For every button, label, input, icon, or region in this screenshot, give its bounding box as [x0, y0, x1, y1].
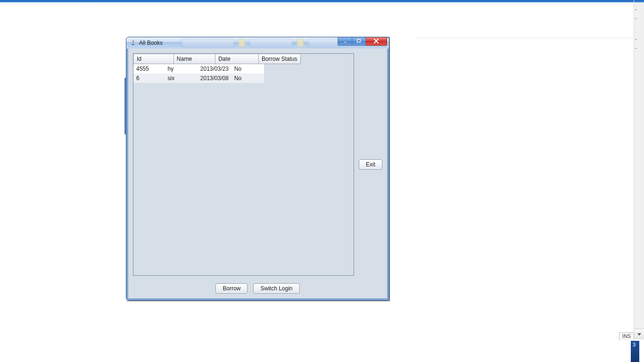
window-titlebar[interactable]: All Books: [126, 37, 389, 49]
table-row[interactable]: 4555 hy 2013/03/23 No: [133, 64, 264, 74]
java-icon: [129, 39, 137, 47]
scroll-down-button[interactable]: [634, 329, 644, 339]
page-top-accent: [0, 0, 634, 2]
window-control-buttons: [338, 37, 387, 46]
switch-login-button[interactable]: Switch Login: [253, 283, 299, 294]
window-title: All Books: [139, 40, 163, 46]
window-content: Id Name Date Borrow Status 4555 hy 2013/…: [126, 49, 389, 300]
scrollbar-mark: [635, 39, 637, 49]
cell-date: 2013/03/23: [198, 64, 231, 74]
table-row[interactable]: 6 six 2013/03/08 No: [133, 74, 264, 83]
minimize-button[interactable]: [338, 37, 352, 46]
svg-rect-0: [343, 42, 347, 43]
column-header-name[interactable]: Name: [173, 54, 215, 64]
cell-date: 2013/03/08: [198, 74, 231, 83]
column-header-id[interactable]: Id: [134, 54, 174, 64]
close-button[interactable]: [366, 37, 387, 46]
taskbar-fragment: 3: [631, 341, 639, 362]
toolbar-divider: [415, 38, 634, 38]
cell-id: 4555: [133, 64, 165, 74]
status-ins-indicator: INS: [619, 332, 634, 340]
maximize-button[interactable]: [352, 37, 366, 46]
svg-rect-1: [357, 40, 361, 42]
scrollbar-top-accent: [634, 0, 644, 2]
cell-name: six: [165, 74, 198, 83]
all-books-window: All Books: [126, 37, 389, 301]
column-header-date[interactable]: Date: [215, 54, 259, 64]
books-table: Id Name Date Borrow Status 4555 hy 2013/…: [133, 54, 354, 83]
borrow-button[interactable]: Borrow: [215, 283, 248, 294]
exit-button[interactable]: Exit: [359, 159, 382, 170]
taskbar-digit: 3: [633, 342, 636, 347]
table-header-row: Id Name Date Borrow Status: [134, 54, 301, 64]
cell-id: 6: [133, 74, 165, 83]
column-header-status[interactable]: Borrow Status: [259, 54, 300, 64]
scrollbar-mark: [635, 9, 637, 19]
books-table-pane[interactable]: Id Name Date Borrow Status 4555 hy 2013/…: [133, 53, 354, 276]
cell-status: No: [231, 74, 264, 83]
cell-status: No: [231, 64, 264, 74]
browser-scrollbar[interactable]: [634, 0, 644, 339]
cell-name: hy: [165, 64, 198, 74]
